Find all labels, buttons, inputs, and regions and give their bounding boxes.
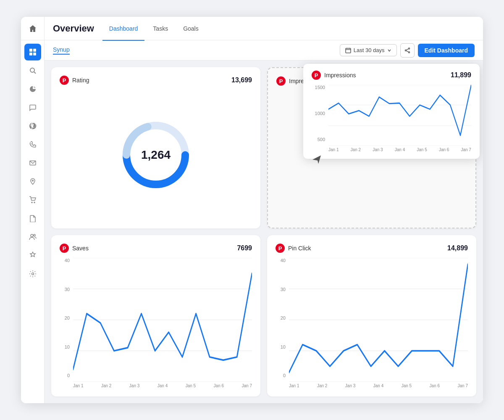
sidebar (21, 17, 45, 403)
saves-line-chart (73, 258, 252, 382)
tooltip-pinterest-icon: P (312, 71, 321, 80)
svg-point-19 (405, 50, 406, 51)
x-jan5: Jan 5 (417, 147, 427, 152)
svg-rect-3 (33, 52, 36, 55)
tooltip-header: P Impressions 11,899 (312, 71, 471, 80)
saves-x-jan3: Jan 3 (129, 383, 139, 388)
tab-tasks[interactable]: Tasks (146, 17, 175, 41)
tab-dashboard[interactable]: Dashboard (102, 17, 145, 41)
pin-click-title-group: P Pin Click (276, 244, 311, 253)
saves-x-jan4: Jan 4 (158, 383, 168, 388)
calendar-icon (345, 47, 351, 53)
sidebar-item-users[interactable] (24, 228, 41, 245)
svg-rect-0 (29, 49, 32, 52)
tooltip-title: Impressions (324, 72, 356, 79)
svg-point-7 (32, 180, 33, 181)
pin-click-value: 14,899 (447, 244, 468, 252)
pin-click-x-jan7: Jan 7 (458, 383, 468, 388)
top-nav: Overview Dashboard Tasks Goals (45, 17, 483, 40)
saves-x-jan1: Jan 1 (73, 383, 83, 388)
x-jan7: Jan 7 (461, 147, 471, 152)
svg-rect-1 (33, 49, 36, 52)
donut-container: 1,264 (60, 90, 252, 220)
pin-click-title: Pin Click (288, 245, 311, 252)
tooltip-value: 11,899 (451, 71, 471, 79)
sidebar-item-location[interactable] (24, 173, 41, 190)
pin-click-y-10: 10 (281, 344, 286, 349)
sidebar-item-grid[interactable] (24, 44, 41, 60)
saves-x-jan7: Jan 7 (242, 383, 252, 388)
pin-click-x-jan4: Jan 4 (373, 383, 383, 388)
dashboard-grid: P Rating 13,699 1,264 (45, 60, 483, 403)
y-label-1000: 1000 (315, 111, 325, 116)
rating-card: P Rating 13,699 1,264 (51, 67, 260, 228)
tooltip-popup: P Impressions 11,899 1500 1000 500 (303, 64, 480, 159)
pin-click-pinterest-icon: P (276, 244, 285, 253)
svg-point-11 (34, 234, 35, 236)
pin-click-chart-area: 40 30 20 10 0 (276, 258, 468, 388)
sidebar-item-search[interactable] (24, 62, 41, 79)
saves-card: P Saves 7699 40 30 20 10 0 (51, 235, 260, 396)
x-jan1: Jan 1 (328, 147, 339, 152)
pin-click-y-30: 30 (281, 287, 286, 292)
svg-point-9 (34, 202, 35, 203)
sidebar-item-cart[interactable] (24, 192, 41, 208)
sidebar-home[interactable] (21, 17, 45, 40)
impressions-card: P Impressions 11,899 P Impressions 11,89… (267, 67, 476, 228)
svg-line-5 (34, 72, 36, 74)
sidebar-item-chat[interactable] (24, 99, 41, 116)
saves-x-jan5: Jan 5 (186, 383, 196, 388)
share-icon (404, 47, 410, 53)
pin-click-y-0: 0 (283, 373, 286, 378)
sidebar-item-mail[interactable] (24, 155, 41, 171)
y-label-500: 500 (318, 137, 325, 142)
saves-x-labels: Jan 1 Jan 2 Jan 3 Jan 4 Jan 5 Jan 6 Jan … (73, 382, 252, 388)
chevron-down-icon (387, 48, 391, 52)
date-filter-button[interactable]: Last 30 days (340, 44, 397, 56)
tab-goals[interactable]: Goals (176, 17, 205, 41)
saves-y-0: 0 (67, 373, 70, 378)
x-jan4: Jan 4 (395, 147, 405, 152)
sidebar-item-settings[interactable] (24, 265, 41, 282)
pin-click-svg-container (289, 258, 468, 382)
pin-click-x-jan3: Jan 3 (345, 383, 355, 388)
page-title: Overview (53, 23, 94, 34)
pin-click-card-header: P Pin Click 14,899 (276, 244, 468, 253)
pin-click-y-axis: 40 30 20 10 0 (276, 258, 286, 388)
sub-nav-actions: Last 30 days Edit Dashboard (340, 43, 475, 58)
saves-x-jan6: Jan 6 (214, 383, 224, 388)
sidebar-item-plugin[interactable] (24, 247, 41, 264)
pin-click-x-labels: Jan 1 Jan 2 Jan 3 Jan 4 Jan 5 Jan 6 Jan … (289, 382, 468, 388)
share-button[interactable] (400, 43, 415, 58)
saves-chart: Jan 1 Jan 2 Jan 3 Jan 4 Jan 5 Jan 6 Jan … (73, 258, 252, 388)
saves-title-group: P Saves (60, 244, 89, 253)
x-jan3: Jan 3 (373, 147, 383, 152)
svg-point-4 (30, 68, 34, 72)
sidebar-item-pinterest[interactable] (24, 118, 41, 134)
sidebar-items (24, 40, 41, 286)
tooltip-y-axis: 1500 1000 500 (312, 85, 325, 152)
tooltip-arrow (312, 155, 322, 166)
sidebar-item-phone[interactable] (24, 136, 41, 153)
saves-y-20: 20 (65, 315, 70, 320)
sidebar-item-document[interactable] (24, 210, 41, 227)
sub-nav-left: Synup (53, 46, 70, 55)
saves-y-30: 30 (65, 287, 70, 292)
donut-wrapper: 1,264 (118, 117, 194, 193)
saves-card-header: P Saves 7699 (60, 244, 252, 253)
saves-x-jan2: Jan 2 (101, 383, 111, 388)
sub-nav-tab-synup[interactable]: Synup (53, 46, 70, 55)
pin-click-y-20: 20 (281, 315, 286, 320)
rating-card-header: P Rating 13,699 (60, 76, 252, 85)
sidebar-item-chart[interactable] (24, 81, 41, 97)
tooltip-title-group: P Impressions (312, 71, 356, 80)
tooltip-arrow-icon (312, 155, 322, 165)
sub-nav: Synup Last 30 days (45, 40, 483, 60)
impressions-pinterest-icon: P (276, 76, 286, 86)
rating-value: 13,699 (231, 76, 252, 84)
saves-y-40: 40 (65, 258, 70, 263)
main-content: Overview Dashboard Tasks Goals Synup Las… (45, 17, 483, 403)
pin-click-x-jan2: Jan 2 (317, 383, 327, 388)
pin-click-y-40: 40 (281, 258, 286, 263)
edit-dashboard-button[interactable]: Edit Dashboard (418, 44, 475, 57)
